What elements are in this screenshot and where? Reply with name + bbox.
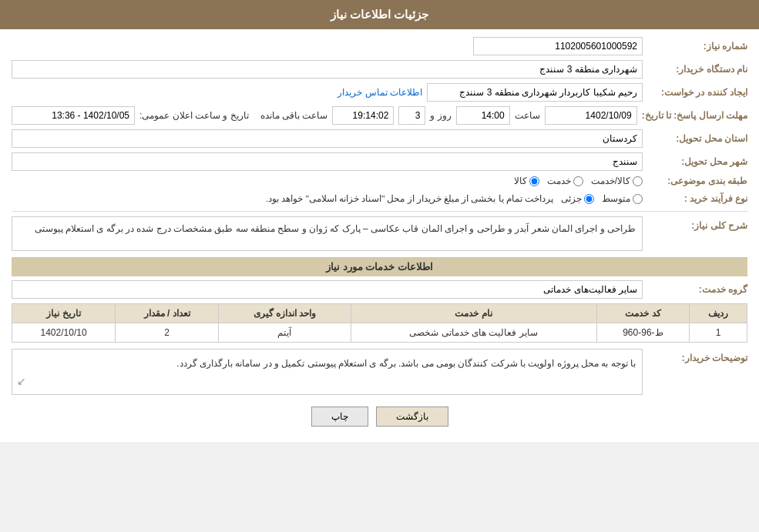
- cell-kod: ط-96-960: [596, 323, 690, 343]
- radio-kala[interactable]: کالا: [514, 176, 539, 186]
- radio-jozvi[interactable]: جزئی: [561, 193, 594, 204]
- col-kod: کد خدمت: [596, 304, 690, 323]
- ostan-input[interactable]: [12, 129, 643, 148]
- col-nam: نام خدمت: [351, 304, 596, 323]
- radio-kala-input[interactable]: [529, 176, 539, 186]
- shahr-input[interactable]: [12, 152, 643, 171]
- noe-farayand-row: نوع فرآیند خرید : متوسط جزئی پرداخت تمام…: [12, 191, 747, 206]
- radio-motavasset-label: متوسط: [602, 193, 630, 204]
- button-row: بازگشت چاپ: [12, 407, 747, 427]
- noe-farayand-label: نوع فرآیند خرید :: [647, 193, 747, 204]
- tarikh-input[interactable]: [12, 106, 135, 125]
- grohe-row: گروه خدمت:: [12, 280, 747, 299]
- radio-kala-khedmat-input[interactable]: [633, 176, 643, 186]
- nam-dastgah-input[interactable]: [12, 60, 643, 79]
- radio-kala-label: کالا: [514, 176, 527, 186]
- grohe-input[interactable]: [12, 280, 643, 299]
- mohlat-baqi-input[interactable]: [332, 106, 394, 125]
- cell-vahed: آیتم: [219, 323, 351, 343]
- toseeh-box: با توجه به محل پروژه اولویت با شرکت کنند…: [12, 349, 643, 395]
- radio-motavasset-input[interactable]: [633, 194, 643, 204]
- radio-khedmat[interactable]: خدمت: [547, 176, 583, 186]
- cell-tarikh: 1402/10/10: [12, 323, 116, 343]
- cell-nam: سایر فعالیت های خدماتی شخصی: [351, 323, 596, 343]
- mohlat-date-input[interactable]: [545, 106, 637, 125]
- mohlat-saat-label: ساعت: [515, 110, 540, 121]
- col-radif: ردیف: [690, 304, 747, 323]
- tabagheh-row: طبقه بندی موضوعی: کالا/خدمت خدمت کالا: [12, 176, 747, 186]
- toseeh-text: با توجه به محل پروژه اولویت با شرکت کنند…: [176, 358, 636, 369]
- sharh-value: طراحی و اجرای المان شعر آبدر و طراحی و ا…: [12, 216, 643, 251]
- services-table: ردیف کد خدمت نام خدمت واحد اندازه گیری ت…: [12, 303, 747, 343]
- shomara-niaz-input[interactable]: [473, 37, 643, 55]
- toseeh-label: توضیحات خریدار:: [647, 349, 747, 363]
- col-vahed: واحد اندازه گیری: [219, 304, 351, 323]
- ijad-konande-row: ایجاد کننده در خواست: اطلاعات تماس خریدا…: [12, 83, 747, 102]
- radio-khedmat-label: خدمت: [547, 176, 571, 186]
- shomara-niaz-label: شماره نیاز:: [647, 41, 747, 52]
- mohlat-rooz-input[interactable]: [398, 106, 425, 125]
- ostan-label: استان محل تحویل:: [647, 133, 747, 144]
- shahr-label: شهر محل تحویل:: [647, 156, 747, 167]
- noe-radio-group: متوسط جزئی پرداخت تمام یا بخشی از مبلغ خ…: [12, 191, 643, 206]
- sharh-row: شرح کلی نیاز: طراحی و اجرای المان شعر آب…: [12, 216, 747, 251]
- ijad-konande-label: ایجاد کننده در خواست:: [647, 87, 747, 98]
- sharh-text: طراحی و اجرای المان شعر آبدر و طراحی و ا…: [35, 223, 636, 234]
- radio-jozvi-label: جزئی: [561, 193, 582, 204]
- grohe-label: گروه خدمت:: [647, 284, 747, 295]
- col-tarikh: تاریخ نیاز: [12, 304, 116, 323]
- table-header-row: ردیف کد خدمت نام خدمت واحد اندازه گیری ت…: [12, 304, 747, 323]
- nam-dastgah-label: نام دستگاه خریدار:: [647, 64, 747, 75]
- cell-tedad: 2: [116, 323, 219, 343]
- tabagheh-radio-group: کالا/خدمت خدمت کالا: [12, 176, 643, 186]
- mohlat-rooz-label: روز و: [430, 110, 451, 121]
- print-button[interactable]: چاپ: [311, 407, 368, 427]
- khadamat-section-header: اطلاعات خدمات مورد نیاز: [12, 257, 747, 276]
- mohlat-baqi-label: ساعت باقی مانده: [260, 110, 328, 121]
- services-table-container: ردیف کد خدمت نام خدمت واحد اندازه گیری ت…: [12, 303, 747, 343]
- header-title: جزئیات اطلاعات نیاز: [331, 8, 428, 21]
- ettelaat-tamas-link[interactable]: اطلاعات تماس خریدار: [338, 87, 422, 98]
- mohlat-label: مهلت ارسال پاسخ: تا تاریخ:: [642, 110, 747, 121]
- radio-motavasset[interactable]: متوسط: [602, 193, 643, 204]
- col-tedad: تعداد / مقدار: [116, 304, 219, 323]
- radio-kala-khedmat[interactable]: کالا/خدمت: [591, 176, 643, 186]
- radio-jozvi-input[interactable]: [584, 194, 594, 204]
- ijad-konande-input[interactable]: [427, 83, 643, 102]
- page-header: جزئیات اطلاعات نیاز: [0, 0, 759, 29]
- shomara-niaz-row: شماره نیاز:: [12, 37, 747, 55]
- mohlat-row: مهلت ارسال پاسخ: تا تاریخ: ساعت روز و سا…: [12, 106, 747, 125]
- back-button[interactable]: بازگشت: [376, 407, 448, 427]
- cell-radif: 1: [690, 323, 747, 343]
- ostan-row: استان محل تحویل:: [12, 129, 747, 148]
- noe-notice: پرداخت تمام یا بخشی از مبلغ خریدار از مح…: [266, 191, 553, 206]
- tarikh-label: تاریخ و ساعت اعلان عمومی:: [139, 110, 249, 121]
- sharh-label: شرح کلی نیاز:: [647, 216, 747, 231]
- toseeh-row: توضیحات خریدار: با توجه به محل پروژه اول…: [12, 349, 747, 395]
- shahr-row: شهر محل تحویل:: [12, 152, 747, 171]
- nam-dastgah-row: نام دستگاه خریدار:: [12, 60, 747, 79]
- tabagheh-label: طبقه بندی موضوعی:: [647, 176, 747, 186]
- radio-kala-khedmat-label: کالا/خدمت: [591, 176, 630, 186]
- mohlat-saat-input[interactable]: [456, 106, 510, 125]
- radio-khedmat-input[interactable]: [573, 176, 583, 186]
- table-row: 1 ط-96-960 سایر فعالیت های خدماتی شخصی آ…: [12, 323, 747, 343]
